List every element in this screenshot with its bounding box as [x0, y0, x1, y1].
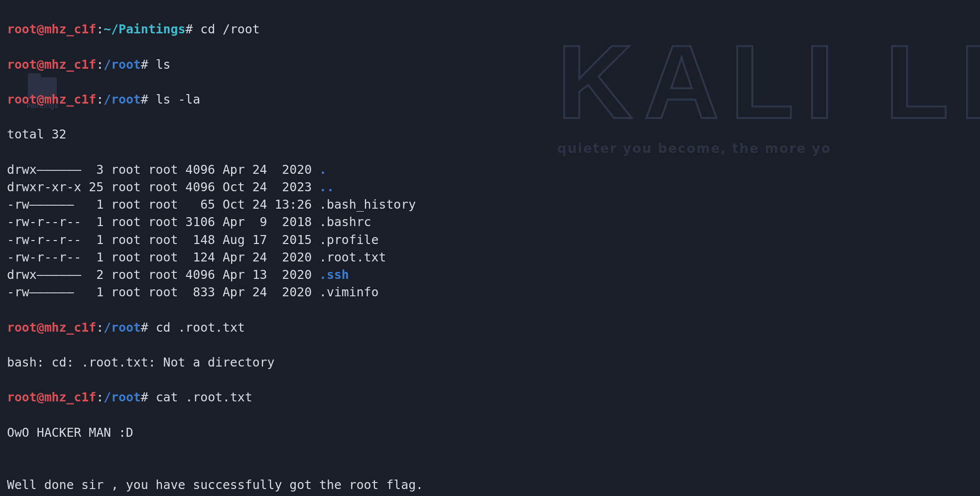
ls-total: total 32	[7, 125, 973, 143]
cmd-cd-roottxt: cd .root.txt	[156, 320, 245, 335]
prompt-path-root: /root	[104, 57, 141, 72]
cat-l1: OwO HACKER MAN :D	[7, 424, 973, 441]
ls-row-name: .ssh	[319, 267, 349, 282]
ls-row-meta: drwx—————— 3 root root 4096 Apr 24 2020	[7, 162, 319, 177]
err-cd: bash: cd: .root.txt: Not a directory	[7, 354, 973, 371]
ls-row-meta: -rw—————— 1 root root 65 Oct 24 13:26	[7, 197, 319, 212]
prompt-line-1: root@mhz_c1f:~/Paintings# cd /root	[7, 20, 973, 38]
ls-row: -rw—————— 1 root root 833 Apr 24 2020 .v…	[7, 283, 973, 301]
ls-row-meta: -rw-r--r-- 1 root root 148 Aug 17 2015	[7, 233, 319, 247]
ls-listing: drwx—————— 3 root root 4096 Apr 24 2020 …	[7, 161, 973, 301]
prompt-line-3: root@mhz_c1f:/root# ls -la	[7, 91, 973, 108]
ls-row: drwx—————— 2 root root 4096 Apr 13 2020 …	[7, 266, 973, 283]
ls-row-name: ..	[319, 180, 334, 194]
cmd-ls: ls	[156, 57, 171, 72]
cmd-cd-root: cd /root	[200, 22, 259, 36]
ls-row-name: .bash_history	[319, 197, 416, 212]
terminal-output[interactable]: root@mhz_c1f:~/Paintings# cd /root root@…	[0, 0, 980, 496]
prompt-path-paintings: ~/Paintings	[104, 22, 185, 36]
ls-row-name: .viminfo	[319, 285, 378, 299]
ls-row: drwxr-xr-x 25 root root 4096 Oct 24 2023…	[7, 178, 973, 196]
ls-row-name: .	[319, 162, 327, 177]
ls-row: -rw-r--r-- 1 root root 124 Apr 24 2020 .…	[7, 248, 973, 266]
ls-row: -rw-r--r-- 1 root root 148 Aug 17 2015 .…	[7, 231, 973, 248]
ls-row: -rw-r--r-- 1 root root 3106 Apr 9 2018 .…	[7, 213, 973, 231]
cmd-cat-roottxt: cat .root.txt	[156, 390, 252, 404]
ls-row-meta: drwxr-xr-x 25 root root 4096 Oct 24 2023	[7, 180, 319, 194]
ls-row: drwx—————— 3 root root 4096 Apr 24 2020 …	[7, 161, 973, 178]
ls-row-name: .root.txt	[319, 250, 386, 264]
ls-row-meta: drwx—————— 2 root root 4096 Apr 13 2020	[7, 267, 319, 282]
cmd-ls-la: ls -la	[156, 92, 201, 107]
prompt-line-5: root@mhz_c1f:/root# cat .root.txt	[7, 388, 973, 406]
cat-l3: Well done sir , you have successfully go…	[7, 476, 973, 494]
ls-row-name: .profile	[319, 233, 378, 247]
ls-row: -rw—————— 1 root root 65 Oct 24 13:26 .b…	[7, 196, 973, 213]
ls-row-meta: -rw-r--r-- 1 root root 124 Apr 24 2020	[7, 250, 319, 264]
prompt-line-2: root@mhz_c1f:/root# ls	[7, 56, 973, 73]
ls-row-name: .bashrc	[319, 215, 371, 229]
prompt-line-4: root@mhz_c1f:/root# cd .root.txt	[7, 319, 973, 336]
ls-row-meta: -rw—————— 1 root root 833 Apr 24 2020	[7, 285, 319, 299]
prompt-user-host: root@mhz_c1f	[7, 22, 96, 36]
ls-row-meta: -rw-r--r-- 1 root root 3106 Apr 9 2018	[7, 215, 319, 229]
